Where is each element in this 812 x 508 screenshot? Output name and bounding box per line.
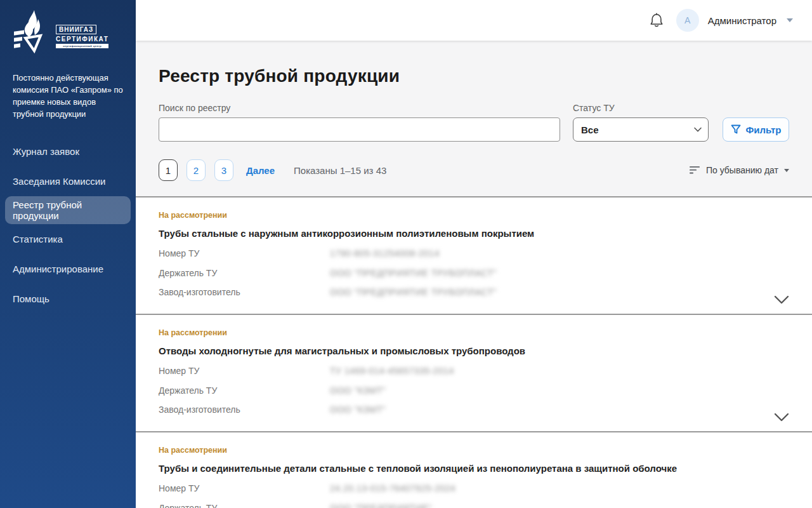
- filter-button[interactable]: Фильтр: [723, 117, 789, 142]
- sidebar-item-journal[interactable]: Журнал заявок: [0, 137, 136, 166]
- field-value-redacted: ООО "ПРЕДПРИЯТИЕ ТРУБОПЛАСТ": [330, 288, 497, 297]
- card-field-row: Номер ТУ 24.20.13-015-76407925-2024: [159, 484, 789, 493]
- content-column: А Администратор Реестр трубной продукции…: [136, 0, 812, 508]
- field-label: Держатель ТУ: [159, 386, 330, 396]
- pagination-row: 1 2 3 Далее Показаны 1–15 из 43 По убыва…: [136, 142, 812, 181]
- page-number: 2: [193, 165, 199, 176]
- status-select[interactable]: Все: [573, 117, 709, 142]
- field-label: Завод-изготовитель: [159, 288, 330, 297]
- status-filter-group: Статус ТУ Все: [573, 103, 709, 142]
- bell-icon[interactable]: [650, 13, 664, 28]
- sidebar-item-registry[interactable]: Реестр трубной продукции: [5, 196, 131, 224]
- card-field-row: Держатель ТУ ООО "ПРЕДПРИЯТИЕ ТРУБОПЛАСТ…: [159, 269, 789, 278]
- registry-list: На рассмотрении Трубы стальные с наружны…: [136, 196, 812, 508]
- page-button-1[interactable]: 1: [159, 159, 178, 181]
- filter-controls: Поиск по реестру Статус ТУ Все: [136, 86, 812, 142]
- sidebar-item-statistics[interactable]: Статистика: [0, 224, 136, 254]
- card-field-row: Завод-изготовитель ООО "ПРЕДПРИЯТИЕ ТРУБ…: [159, 288, 789, 297]
- card-field-row: Держатель ТУ ООО "ПРЕДПРИЯТИЕ": [159, 504, 789, 508]
- card-field-row: Держатель ТУ ООО "КЗМТ": [159, 386, 789, 396]
- sort-control[interactable]: По убыванию дат: [690, 165, 789, 175]
- logo-text: ВНИИГАЗ СЕРТИФИКАТ сертификационный цент…: [56, 23, 108, 48]
- avatar[interactable]: А: [676, 9, 699, 32]
- logo-line2: СЕРТИФИКАТ: [56, 36, 108, 43]
- logo-line1: ВНИИГАЗ: [56, 25, 96, 34]
- field-label: Номер ТУ: [159, 484, 330, 493]
- search-label: Поиск по реестру: [159, 103, 560, 113]
- field-label: Завод-изготовитель: [159, 405, 330, 415]
- sort-lines-icon: [690, 166, 700, 174]
- sidebar-item-label: Заседания Комиссии: [13, 176, 106, 187]
- sidebar-item-meetings[interactable]: Заседания Комиссии: [0, 166, 136, 196]
- search-group: Поиск по реестру: [159, 103, 560, 142]
- flame-logo-icon: [13, 9, 52, 58]
- topbar: А Администратор: [136, 0, 812, 41]
- field-label: Держатель ТУ: [159, 269, 330, 278]
- field-value-redacted: ООО "ПРЕДПРИЯТИЕ": [330, 504, 432, 508]
- status-badge: На рассмотрении: [159, 446, 789, 455]
- status-label: Статус ТУ: [573, 103, 709, 113]
- page-button-3[interactable]: 3: [214, 159, 233, 181]
- chevron-down-icon[interactable]: [774, 412, 789, 422]
- sort-label: По убыванию дат: [706, 165, 778, 175]
- status-badge: На рассмотрении: [159, 211, 789, 220]
- card-field-row: Номер ТУ ТУ 1469-014-45657335-2014: [159, 366, 789, 376]
- sidebar-item-label: Статистика: [13, 234, 63, 244]
- card-title: Трубы и соединительные детали стальные с…: [159, 463, 789, 474]
- field-value-redacted: ТУ 1469-014-45657335-2014: [330, 366, 454, 376]
- sidebar-nav: Журнал заявок Заседания Комиссии Реестр …: [0, 137, 136, 314]
- field-value-redacted: 1790-805-31254008-2014: [330, 249, 440, 258]
- vniigaz-logo: ВНИИГАЗ СЕРТИФИКАТ сертификационный цент…: [0, 0, 136, 64]
- card-field-row: Завод-изготовитель ООО "КЗМТ": [159, 405, 789, 415]
- sidebar: ВНИИГАЗ СЕРТИФИКАТ сертификационный цент…: [0, 0, 136, 508]
- sidebar-item-administration[interactable]: Администрирование: [0, 254, 136, 284]
- card-title: Отводы холодногнутые для магистральных и…: [159, 345, 789, 356]
- chevron-down-icon: [784, 169, 789, 172]
- chevron-down-icon: [694, 127, 702, 132]
- page-title: Реестр трубной продукции: [136, 41, 812, 86]
- sidebar-item-help[interactable]: Помощь: [0, 284, 136, 314]
- registry-page: Реестр трубной продукции Поиск по реестр…: [136, 41, 812, 508]
- field-label: Номер ТУ: [159, 249, 330, 258]
- registry-card: На рассмотрении Трубы стальные с наружны…: [136, 196, 812, 314]
- filter-button-label: Фильтр: [746, 124, 782, 135]
- sidebar-item-label: Администрирование: [13, 264, 103, 274]
- user-name: Администратор: [708, 15, 776, 26]
- sidebar-item-label: Помощь: [13, 293, 49, 304]
- chevron-down-icon[interactable]: [787, 18, 793, 22]
- field-value-redacted: 24.20.13-015-76407925-2024: [330, 484, 455, 493]
- status-badge: На рассмотрении: [159, 328, 789, 337]
- field-value-redacted: ООО "КЗМТ": [330, 386, 386, 396]
- page-number: 3: [221, 165, 226, 176]
- sidebar-item-label: Журнал заявок: [13, 146, 79, 157]
- chevron-down-icon[interactable]: [774, 295, 789, 305]
- field-value-redacted: ООО "ПРЕДПРИЯТИЕ ТРУБОПЛАСТ": [330, 269, 497, 278]
- funnel-icon: [731, 124, 741, 135]
- app-root: ВНИИГАЗ СЕРТИФИКАТ сертификационный цент…: [0, 0, 812, 508]
- registry-card: На рассмотрении Отводы холодногнутые для…: [136, 314, 812, 431]
- field-value-redacted: ООО "КЗМТ": [330, 405, 386, 415]
- field-label: Номер ТУ: [159, 366, 330, 376]
- page-button-2[interactable]: 2: [187, 159, 206, 181]
- card-title: Трубы стальные с наружным антикоррозионн…: [159, 228, 789, 239]
- status-select-value: Все: [581, 124, 599, 135]
- field-label: Держатель ТУ: [159, 504, 330, 508]
- next-page-link[interactable]: Далее: [246, 165, 275, 176]
- pagination-summary: Показаны 1–15 из 43: [294, 165, 386, 176]
- commission-description: Постоянно действующая комиссия ПАО «Газп…: [0, 64, 136, 123]
- sidebar-item-label: Реестр трубной продукции: [13, 199, 123, 221]
- card-field-row: Номер ТУ 1790-805-31254008-2014: [159, 249, 789, 258]
- avatar-letter: А: [684, 15, 690, 25]
- page-number: 1: [166, 165, 171, 176]
- search-input[interactable]: [159, 117, 560, 142]
- registry-card: На рассмотрении Трубы и соединительные д…: [136, 431, 812, 508]
- logo-line3: сертификационный центр: [56, 44, 108, 48]
